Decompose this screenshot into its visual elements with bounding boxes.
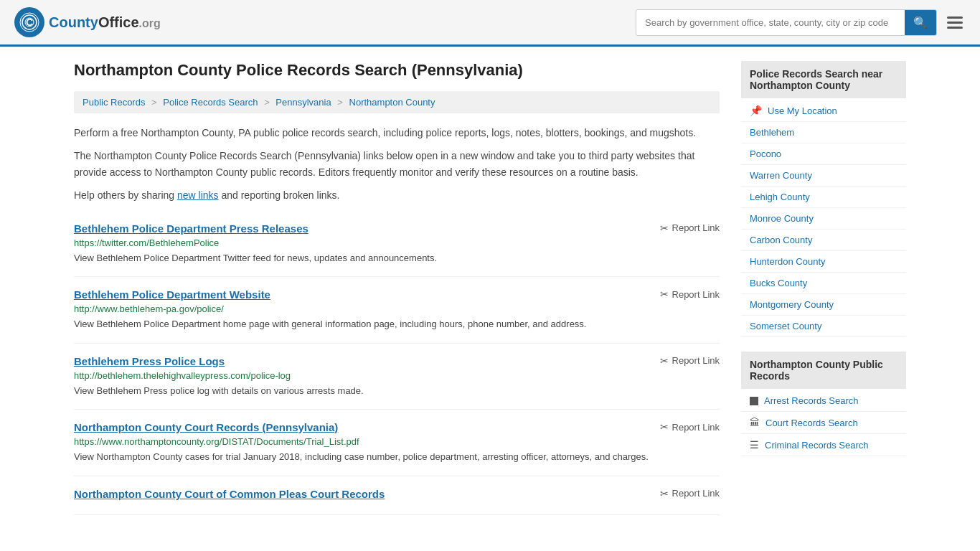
result-title-4[interactable]: Northampton County Court of Common Pleas…: [74, 488, 385, 500]
report-label-2: Report Link: [672, 355, 720, 366]
sidebar-item-arrest-records[interactable]: Arrest Records Search: [741, 390, 906, 412]
nearby-link-2[interactable]: Pocono: [750, 149, 781, 159]
nearby-link-7[interactable]: Hunterdon County: [750, 256, 826, 267]
report-link-3[interactable]: ✂ Report Link: [660, 421, 720, 433]
sidebar-section-2: Northampton County Public Records Arrest…: [741, 352, 906, 456]
pin-icon: 📌: [750, 105, 762, 116]
sidebar-title-1: Police Records Search near Northampton C…: [741, 61, 906, 98]
menu-button[interactable]: [944, 14, 966, 32]
result-item-3: Northampton County Court Records (Pennsy…: [74, 410, 720, 476]
nearby-link-0[interactable]: Use My Location: [768, 105, 837, 116]
report-label-4: Report Link: [672, 488, 720, 499]
result-desc-3: View Northampton County cases for trial …: [74, 450, 720, 464]
nearby-link-9[interactable]: Montgomery County: [750, 299, 834, 310]
main-container: Northampton County Police Records Search…: [60, 47, 920, 529]
nearby-link-8[interactable]: Bucks County: [750, 278, 807, 288]
building-icon: 🏛: [750, 417, 760, 428]
result-header-4: Northampton County Court of Common Pleas…: [74, 488, 720, 500]
result-item-0: Bethlehem Police Department Press Releas…: [74, 211, 720, 278]
result-header-1: Bethlehem Police Department Website ✂ Re…: [74, 288, 720, 301]
sidebar-item-lehigh-county[interactable]: Lehigh County: [741, 187, 906, 208]
nearby-link-6[interactable]: Carbon County: [750, 235, 812, 245]
result-title-2[interactable]: Bethlehem Press Police Logs: [74, 355, 225, 367]
breadcrumb-pennsylvania[interactable]: Pennsylvania: [275, 97, 331, 108]
nearby-link-5[interactable]: Monroe County: [750, 213, 814, 224]
result-url-3[interactable]: https://www.northamptoncounty.org/DISTAT…: [74, 436, 720, 447]
header: C CountyOffice.org 🔍: [0, 0, 980, 47]
menu-line-1: [947, 17, 963, 19]
public-record-link-2[interactable]: Criminal Records Search: [765, 440, 869, 451]
sidebar-item-carbon-county[interactable]: Carbon County: [741, 230, 906, 251]
result-title-0[interactable]: Bethlehem Police Department Press Releas…: [74, 222, 308, 235]
description-1: Perform a free Northampton County, PA pu…: [74, 125, 720, 141]
result-header-0: Bethlehem Police Department Press Releas…: [74, 222, 720, 235]
result-header-2: Bethlehem Press Police Logs ✂ Report Lin…: [74, 355, 720, 367]
list-icon: ☰: [750, 439, 759, 451]
result-desc-2: View Bethlehem Press police log with det…: [74, 384, 720, 398]
report-link-2[interactable]: ✂ Report Link: [660, 355, 720, 367]
results-list: Bethlehem Police Department Press Releas…: [74, 211, 720, 515]
breadcrumb-police-records[interactable]: Police Records Search: [163, 97, 258, 108]
search-bar: 🔍: [636, 9, 937, 36]
main-content: Northampton County Police Records Search…: [74, 61, 720, 515]
public-record-link-0[interactable]: Arrest Records Search: [764, 395, 859, 406]
logo-icon: C: [14, 7, 44, 37]
logo-area: C CountyOffice.org: [14, 7, 161, 37]
report-label-0: Report Link: [672, 222, 720, 233]
page-title: Northampton County Police Records Search…: [74, 61, 720, 80]
logo-org: .org: [139, 17, 161, 29]
sidebar-item-bethlehem[interactable]: Bethlehem: [741, 122, 906, 143]
menu-line-2: [947, 22, 963, 24]
report-icon-3: ✂: [660, 421, 669, 433]
sidebar-item-hunterdon-county[interactable]: Hunterdon County: [741, 251, 906, 273]
breadcrumb-sep-2: >: [264, 97, 270, 108]
nearby-link-3[interactable]: Warren County: [750, 170, 812, 181]
result-desc-0: View Bethlehem Police Department Twitter…: [74, 251, 720, 265]
result-title-3[interactable]: Northampton County Court Records (Pennsy…: [74, 421, 338, 433]
report-link-1[interactable]: ✂ Report Link: [660, 288, 720, 300]
breadcrumb-sep-3: >: [337, 97, 343, 108]
sidebar-item-montgomery-county[interactable]: Montgomery County: [741, 294, 906, 316]
result-title-1[interactable]: Bethlehem Police Department Website: [74, 288, 270, 301]
new-links-link[interactable]: new links: [177, 189, 219, 201]
report-icon-1: ✂: [660, 288, 669, 300]
sidebar-item-monroe-county[interactable]: Monroe County: [741, 208, 906, 230]
nearby-link-4[interactable]: Lehigh County: [750, 192, 810, 202]
logo-text: CountyOffice.org: [49, 14, 161, 31]
search-button[interactable]: 🔍: [905, 10, 936, 35]
sidebar-section-1: Police Records Search near Northampton C…: [741, 61, 906, 337]
sidebar-item-pocono[interactable]: Pocono: [741, 143, 906, 165]
result-url-1[interactable]: http://www.bethlehem-pa.gov/police/: [74, 303, 720, 314]
result-item-1: Bethlehem Police Department Website ✂ Re…: [74, 277, 720, 344]
square-icon-arrest: [750, 397, 758, 405]
sidebar-item-criminal-records[interactable]: ☰ Criminal Records Search: [741, 434, 906, 456]
sidebar-item-bucks-county[interactable]: Bucks County: [741, 273, 906, 294]
breadcrumb-public-records[interactable]: Public Records: [83, 97, 145, 108]
breadcrumb-sep-1: >: [151, 97, 157, 108]
sidebar-item-warren-county[interactable]: Warren County: [741, 165, 906, 187]
description-2: The Northampton County Police Records Se…: [74, 148, 720, 180]
report-link-0[interactable]: ✂ Report Link: [660, 222, 720, 234]
result-url-0[interactable]: https://twitter.com/BethlehemPolice: [74, 237, 720, 248]
sidebar-item-somerset-county[interactable]: Somerset County: [741, 316, 906, 337]
report-icon-2: ✂: [660, 355, 669, 367]
nearby-link-10[interactable]: Somerset County: [750, 321, 821, 331]
report-icon-4: ✂: [660, 488, 669, 499]
search-input[interactable]: [636, 11, 905, 34]
result-url-2[interactable]: http://bethlehem.thelehighvalleypress.co…: [74, 370, 720, 381]
nearby-link-1[interactable]: Bethlehem: [750, 127, 794, 138]
result-header-3: Northampton County Court Records (Pennsy…: [74, 421, 720, 433]
report-icon-0: ✂: [660, 222, 669, 234]
report-label-1: Report Link: [672, 289, 720, 300]
logo-county: County: [49, 14, 98, 30]
header-right: 🔍: [636, 9, 966, 36]
description-3: Help others by sharing new links and rep…: [74, 187, 720, 203]
report-link-4[interactable]: ✂ Report Link: [660, 488, 720, 499]
logo-office: Office: [98, 14, 139, 30]
sidebar-item-court-records[interactable]: 🏛 Court Records Search: [741, 412, 906, 434]
sidebar-item-use-my-location[interactable]: 📌 Use My Location: [741, 100, 906, 122]
breadcrumb-northampton[interactable]: Northampton County: [349, 97, 435, 108]
description-3-post: and reporting broken links.: [219, 189, 340, 201]
public-record-link-1[interactable]: Court Records Search: [765, 418, 858, 428]
sidebar-title-2: Northampton County Public Records: [741, 352, 906, 389]
